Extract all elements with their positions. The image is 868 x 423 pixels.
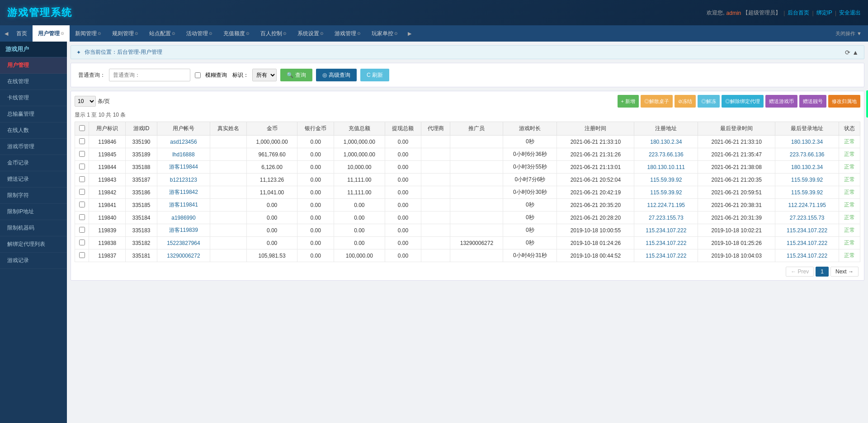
cell-account[interactable]: b12123123 <box>157 174 210 186</box>
cell-account[interactable]: 13290006272 <box>157 249 210 262</box>
close-operation[interactable]: 关闭操作 ▼ <box>831 30 866 37</box>
cell-status: 正常 <box>839 161 860 174</box>
cell-account[interactable]: 游客119841 <box>157 199 210 212</box>
nav-game-mgmt[interactable]: 游戏管理 ⊙ <box>329 25 366 42</box>
prev-page-button[interactable]: ← Prev <box>786 267 814 277</box>
breadcrumb-collapse-btn[interactable]: ▲ <box>852 49 859 56</box>
main-layout: 游戏用户 用户管理 在线管理 卡线管理 总输赢管理 在线人数 游戏币管理 金币记… <box>0 42 868 423</box>
row-checkbox[interactable] <box>79 138 85 144</box>
search-input[interactable] <box>109 69 190 81</box>
cell-coins: 6,126.00 <box>246 161 297 174</box>
gift-number-button[interactable]: 赠送靓号 <box>799 95 826 108</box>
cell-last-login-addr[interactable]: 115.59.39.92 <box>775 186 839 199</box>
cell-account[interactable]: 游客119844 <box>157 161 210 174</box>
logout-link[interactable]: 安全退出 <box>839 9 861 17</box>
cell-last-login-addr[interactable]: 115.59.39.92 <box>775 174 839 186</box>
row-checkbox[interactable] <box>79 240 85 245</box>
admin-name-link[interactable]: admin <box>726 9 741 16</box>
cell-last-login-addr[interactable]: 27.223.155.73 <box>775 212 839 224</box>
sidebar-item-unbind-agent[interactable]: 解绑定代理列表 <box>0 236 67 253</box>
unbind-agent-button[interactable]: ◎解除绑定代理 <box>722 95 764 108</box>
bind-ip-link[interactable]: 绑定IP <box>816 9 832 17</box>
cell-last-login-addr[interactable]: 115.234.107.222 <box>775 237 839 249</box>
cell-reg-addr[interactable]: 115.234.107.222 <box>634 237 698 249</box>
cell-reg-addr[interactable]: 115.234.107.222 <box>634 249 698 262</box>
sidebar-item-online-management[interactable]: 在线管理 <box>0 74 67 90</box>
nav-left-arrow[interactable]: ◀ <box>2 31 11 37</box>
page-size-select[interactable]: 10 20 50 100 <box>75 96 96 107</box>
dissolve-table-button[interactable]: ◎解散桌子 <box>641 95 673 108</box>
cell-last-login-addr[interactable]: 223.73.66.136 <box>775 148 839 161</box>
add-button[interactable]: + 新增 <box>618 95 639 108</box>
nav-recharge[interactable]: 充值额度 ⊙ <box>218 25 255 42</box>
cell-reg-addr[interactable]: 112.224.71.195 <box>634 199 698 212</box>
cell-last-login-addr[interactable]: 180.130.2.34 <box>775 136 839 148</box>
sidebar-item-limit-ip[interactable]: 限制IP地址 <box>0 204 67 220</box>
sidebar-item-limit-machine[interactable]: 限制机器码 <box>0 220 67 236</box>
search-button[interactable]: 🔍 查询 <box>280 69 312 81</box>
page-1-button[interactable]: 1 <box>816 267 829 277</box>
row-checkbox[interactable] <box>79 252 85 258</box>
cell-account[interactable]: lhd16888 <box>157 148 210 161</box>
cell-account[interactable]: 游客119842 <box>157 186 210 199</box>
nav-rules[interactable]: 规则管理 ⊙ <box>107 25 144 42</box>
sidebar-item-card-line[interactable]: 卡线管理 <box>0 90 67 106</box>
nav-system[interactable]: 系统设置 ⊙ <box>292 25 329 42</box>
sidebar-item-online-count[interactable]: 在线人数 <box>0 122 67 139</box>
cell-account[interactable]: 游客119839 <box>157 224 210 237</box>
advanced-search-button[interactable]: ◎ 高级查询 <box>316 69 357 81</box>
select-all-checkbox[interactable] <box>79 125 85 131</box>
cell-reg-addr[interactable]: 27.223.155.73 <box>634 212 698 224</box>
mark-select[interactable]: 所有 <box>252 69 277 81</box>
cell-last-login-addr[interactable]: 115.234.107.222 <box>775 224 839 237</box>
change-location-button[interactable]: 修改归属地 <box>828 95 860 108</box>
sidebar-item-game-records[interactable]: 游戏记录 <box>0 253 67 269</box>
cell-last-login-addr[interactable]: 180.130.2.34 <box>775 161 839 174</box>
sidebar-item-gift-records[interactable]: 赠送记录 <box>0 171 67 188</box>
row-checkbox[interactable] <box>79 214 85 220</box>
row-checkbox[interactable] <box>79 227 85 233</box>
cell-reg-addr[interactable]: 180.130.10.111 <box>634 161 698 174</box>
cell-reg-addr[interactable]: 223.73.66.136 <box>634 148 698 161</box>
cell-reg-addr[interactable]: 115.59.39.92 <box>634 174 698 186</box>
sidebar-item-limit-chars[interactable]: 限制字符 <box>0 188 67 204</box>
nav-news[interactable]: 新闻管理 ⊙ <box>70 25 107 42</box>
row-checkbox[interactable] <box>79 189 85 195</box>
cell-recharge: 10,000.00 <box>334 161 385 174</box>
sidebar-item-coin-records[interactable]: 金币记录 <box>0 155 67 171</box>
freeze-button[interactable]: ⊘冻结 <box>675 95 696 108</box>
cell-withdraw: 0.00 <box>385 249 421 262</box>
row-checkbox[interactable] <box>79 202 85 207</box>
sidebar-item-total-winloss[interactable]: 总输赢管理 <box>0 106 67 122</box>
backend-home-link[interactable]: 后台首页 <box>788 9 809 17</box>
cell-last-login-addr[interactable]: 115.234.107.222 <box>775 249 839 262</box>
nav-home[interactable]: 首页 <box>11 25 33 42</box>
col-last-login-time: 最后登录时间 <box>698 122 775 136</box>
sidebar-item-game-coins[interactable]: 游戏币管理 <box>0 139 67 155</box>
nav-hundred[interactable]: 百人控制 ⊙ <box>255 25 292 42</box>
cell-reg-addr[interactable]: 180.130.2.34 <box>634 136 698 148</box>
cell-account[interactable]: asd123456 <box>157 136 210 148</box>
refresh-button[interactable]: C 刷新 <box>360 69 389 81</box>
cell-last-login-addr[interactable]: 112.224.71.195 <box>775 199 839 212</box>
row-checkbox[interactable] <box>79 176 85 182</box>
nav-player-control[interactable]: 玩家单控 ⊙ <box>366 25 403 42</box>
next-page-button[interactable]: Next → <box>830 267 859 277</box>
breadcrumb-refresh-btn[interactable]: ⟳ <box>845 49 850 56</box>
cell-reg-addr[interactable]: 115.234.107.222 <box>634 224 698 237</box>
cell-account[interactable]: a1986990 <box>157 212 210 224</box>
nav-user-management[interactable]: 用户管理 ⊙ <box>33 25 70 42</box>
row-checkbox[interactable] <box>79 151 85 157</box>
cell-reg-addr[interactable]: 115.59.39.92 <box>634 186 698 199</box>
nav-activity[interactable]: 活动管理 ⊙ <box>181 25 218 42</box>
row-checkbox[interactable] <box>79 164 85 169</box>
unfreeze-button[interactable]: ◎解冻 <box>698 95 720 108</box>
cell-game-id: 335181 <box>126 249 157 262</box>
fuzzy-search-checkbox[interactable] <box>195 72 201 78</box>
sidebar-item-user-management[interactable]: 用户管理 <box>0 57 67 74</box>
cell-reg-time: 2019-10-18 01:24:26 <box>557 237 634 249</box>
cell-account[interactable]: 15223827964 <box>157 237 210 249</box>
nav-site-config[interactable]: 站点配置 ⊙ <box>144 25 181 42</box>
nav-right-arrow[interactable]: ▶ <box>405 31 414 37</box>
gift-coins-button[interactable]: 赠送游戏币 <box>765 95 797 108</box>
